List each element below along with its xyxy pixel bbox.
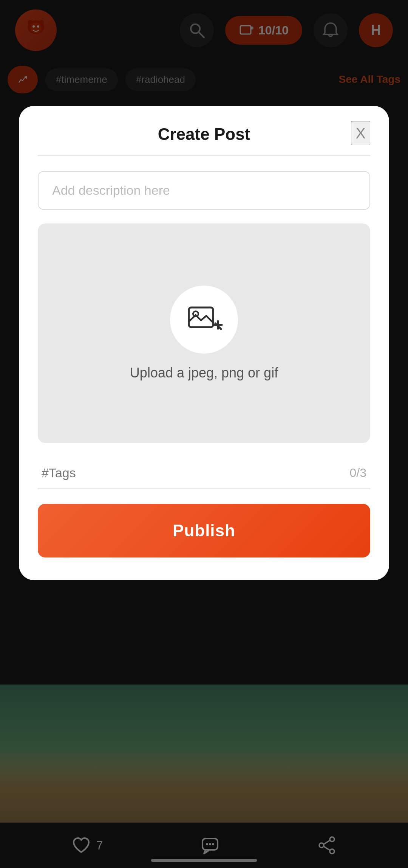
header-divider [38, 155, 370, 156]
tags-input-row: 0/3 [38, 458, 370, 489]
description-input[interactable] [38, 171, 370, 210]
upload-icon-circle [170, 286, 238, 354]
create-post-modal: Create Post X Upload a jpeg, png or gif … [19, 106, 389, 580]
modal-header: Create Post X [38, 125, 370, 144]
home-indicator [151, 859, 257, 862]
upload-text: Upload a jpeg, png or gif [130, 365, 278, 381]
modal-title: Create Post [158, 125, 250, 144]
tags-count: 0/3 [350, 466, 366, 480]
publish-button[interactable]: Publish [38, 504, 370, 557]
upload-area[interactable]: Upload a jpeg, png or gif [38, 224, 370, 443]
close-button[interactable]: X [351, 121, 370, 145]
tags-input[interactable] [42, 466, 350, 480]
